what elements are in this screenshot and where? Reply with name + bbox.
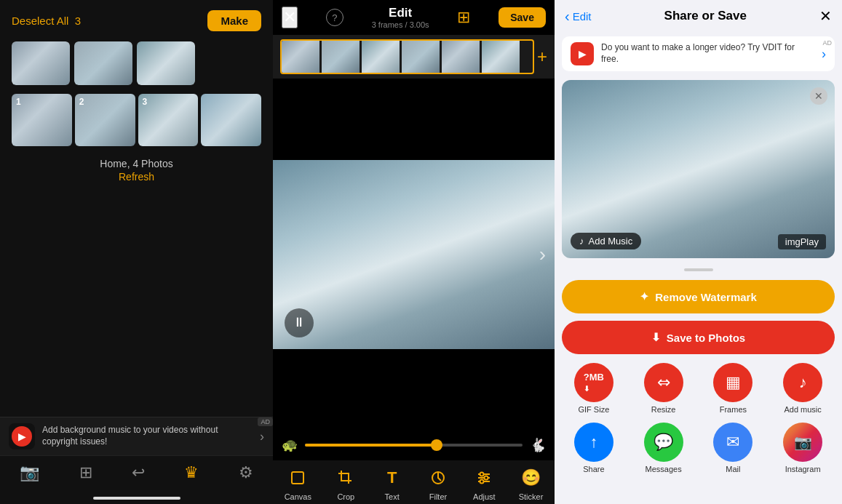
- film-frame-6[interactable]: [482, 41, 520, 73]
- right-ad-text: Do you want to make a longer video? Try …: [601, 42, 814, 65]
- resize-action[interactable]: ⇔ Resize: [632, 363, 696, 414]
- refresh-button[interactable]: Refresh: [0, 169, 273, 183]
- svg-point-7: [480, 480, 484, 484]
- gif-size-icon: ?MB⬇: [574, 363, 613, 402]
- video-preview-area: imgPlay ✕ ♪ Add Music: [562, 80, 835, 258]
- svg-point-5: [480, 473, 484, 476]
- make-button[interactable]: Make: [207, 10, 261, 31]
- deselect-label: Deselect All: [12, 15, 68, 27]
- share-label: Share: [583, 465, 604, 473]
- ad-tag: AD: [258, 417, 273, 426]
- messages-label: Messages: [646, 465, 682, 473]
- help-button[interactable]: ?: [326, 9, 343, 26]
- crop-icon: [334, 466, 357, 489]
- next-arrow-icon[interactable]: ›: [539, 243, 546, 266]
- selected-thumb-3[interactable]: [137, 41, 195, 85]
- play-pause-button[interactable]: ⏸: [285, 308, 314, 337]
- refresh-icon[interactable]: ↩: [132, 463, 145, 482]
- add-music-button[interactable]: ♪ Add Music: [571, 233, 641, 249]
- numbered-thumb-2[interactable]: 2: [75, 94, 135, 146]
- fast-icon[interactable]: 🐇: [530, 437, 546, 453]
- back-button[interactable]: ‹ Edit: [565, 8, 592, 25]
- adjust-tool[interactable]: Adjust: [472, 466, 496, 501]
- crown-icon[interactable]: ♛: [184, 463, 199, 482]
- frames-action[interactable]: ▦ Frames: [702, 363, 766, 414]
- action-grid: ?MB⬇ GIF Size ⇔ Resize ▦ Frames ♪ Add mu…: [555, 359, 842, 418]
- film-frame-1[interactable]: [282, 41, 319, 73]
- canvas-label: Canvas: [285, 492, 311, 501]
- mail-label: Mail: [726, 465, 740, 473]
- back-label: Edit: [573, 10, 592, 23]
- thumb-number-1: 1: [16, 97, 21, 107]
- sticker-label: Sticker: [519, 492, 544, 501]
- instagram-icon: 📷: [783, 423, 822, 462]
- left-ad-banner[interactable]: AD ▶ Add background music to your videos…: [0, 417, 273, 455]
- gear-icon[interactable]: ⚙: [239, 463, 253, 482]
- right-ad-logo: ▶: [571, 42, 594, 65]
- crop-tool[interactable]: Crop: [334, 466, 357, 501]
- left-panel: Deselect All 3 Make 1 2 3 Home, 4 Photos…: [0, 0, 273, 504]
- filter-label: Filter: [429, 492, 447, 501]
- right-ad-strip[interactable]: AD ▶ Do you want to make a longer video?…: [562, 36, 835, 71]
- remove-watermark-button[interactable]: ✦ Remove Watermark: [562, 280, 835, 313]
- camera-icon[interactable]: 📷: [20, 463, 39, 482]
- playback-track[interactable]: [305, 444, 523, 447]
- edit-toolbar: Canvas Crop T Text Filter: [273, 460, 555, 504]
- video-area: ⏸ ›: [273, 79, 555, 430]
- close-button[interactable]: ✕: [282, 7, 298, 28]
- canvas-tool[interactable]: Canvas: [285, 466, 311, 501]
- film-frame-4[interactable]: [402, 41, 440, 73]
- slow-icon[interactable]: 🐢: [282, 437, 298, 453]
- grid-layout-icon[interactable]: ⊞: [457, 8, 470, 27]
- adjust-label: Adjust: [473, 492, 496, 501]
- numbered-thumb-3[interactable]: 3: [138, 94, 199, 146]
- add-music-label: Add Music: [589, 236, 633, 247]
- filter-tool[interactable]: Filter: [426, 466, 450, 501]
- right-close-button[interactable]: ✕: [819, 7, 832, 25]
- add-music-action[interactable]: ♪ Add music: [771, 363, 835, 414]
- svg-point-6: [485, 476, 488, 480]
- text-label: Text: [385, 492, 400, 501]
- gif-size-action[interactable]: ?MB⬇ GIF Size: [562, 363, 626, 414]
- numbered-thumb-1[interactable]: 1: [12, 94, 72, 146]
- gif-size-label: GIF Size: [578, 405, 609, 414]
- home-indicator: [93, 497, 180, 500]
- filmstrip-inner[interactable]: [280, 39, 534, 74]
- right-ad-tag: AD: [822, 39, 832, 47]
- share-action[interactable]: ↑ Share: [562, 423, 626, 473]
- save-to-photos-button[interactable]: ⬇ Save to Photos: [562, 321, 835, 354]
- video-preview: ⏸ ›: [273, 160, 555, 349]
- mail-action[interactable]: ✉ Mail: [702, 423, 766, 473]
- add-frame-button[interactable]: +: [537, 47, 547, 67]
- house-image: [273, 160, 555, 349]
- add-music-action-label: Add music: [784, 405, 821, 414]
- sticker-tool[interactable]: 😊 Sticker: [519, 466, 544, 501]
- film-frame-5[interactable]: [442, 41, 480, 73]
- film-frame-2[interactable]: [322, 41, 360, 73]
- remove-watermark-label: Remove Watermark: [655, 291, 757, 303]
- thumb-number-3: 3: [143, 97, 148, 107]
- back-arrow-icon: ‹: [565, 8, 570, 25]
- save-button[interactable]: Save: [499, 7, 546, 28]
- numbered-thumb-4[interactable]: [201, 94, 261, 146]
- selected-thumb-2[interactable]: [74, 41, 132, 85]
- filmstrip: +: [273, 35, 555, 79]
- canvas-icon: [286, 466, 309, 489]
- preview-close-icon[interactable]: ✕: [810, 87, 827, 105]
- svg-rect-0: [292, 472, 303, 484]
- resize-icon: ⇔: [644, 363, 683, 402]
- selected-thumb-1[interactable]: [12, 41, 70, 85]
- messages-action[interactable]: 💬 Messages: [632, 423, 696, 473]
- grid-icon[interactable]: ⊞: [79, 463, 92, 482]
- film-frame-3[interactable]: [362, 41, 400, 73]
- text-tool[interactable]: T Text: [381, 466, 404, 501]
- mid-title-area: Edit 3 frames / 3.00s: [372, 6, 429, 29]
- instagram-action[interactable]: 📷 Instagram: [771, 423, 835, 473]
- left-bottom-bar: 📷 ⊞ ↩ ♛ ⚙: [0, 455, 273, 494]
- left-top-bar: Deselect All 3 Make: [0, 0, 273, 39]
- mid-header: ✕ ? Edit 3 frames / 3.00s ⊞ Save: [273, 0, 555, 35]
- save-photos-label: Save to Photos: [667, 332, 745, 344]
- deselect-all-button[interactable]: Deselect All 3: [12, 15, 81, 28]
- playback-thumb[interactable]: [431, 439, 442, 451]
- edit-title: Edit: [372, 6, 429, 20]
